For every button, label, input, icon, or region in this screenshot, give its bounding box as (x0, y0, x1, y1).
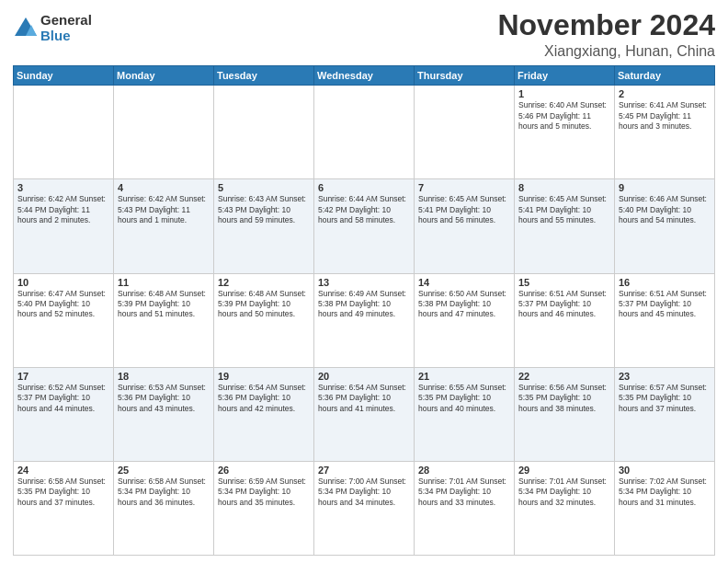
table-row: 17Sunrise: 6:52 AM Sunset: 5:37 PM Dayli… (14, 367, 114, 461)
table-row (14, 86, 114, 179)
table-row: 22Sunrise: 6:56 AM Sunset: 5:35 PM Dayli… (515, 367, 615, 461)
table-row: 4Sunrise: 6:42 AM Sunset: 5:43 PM Daylig… (114, 179, 214, 273)
header: General Blue November 2024 Xiangxiang, H… (13, 9, 715, 60)
day-number: 10 (17, 277, 109, 288)
col-monday: Monday (114, 66, 214, 86)
table-row: 25Sunrise: 6:58 AM Sunset: 5:34 PM Dayli… (114, 461, 214, 555)
day-info: Sunrise: 6:54 AM Sunset: 5:36 PM Dayligh… (218, 383, 310, 414)
day-number: 19 (218, 371, 310, 382)
table-row: 24Sunrise: 6:58 AM Sunset: 5:35 PM Dayli… (14, 461, 114, 555)
table-row: 1Sunrise: 6:40 AM Sunset: 5:46 PM Daylig… (515, 86, 615, 179)
table-row: 10Sunrise: 6:47 AM Sunset: 5:40 PM Dayli… (14, 273, 114, 367)
table-row: 28Sunrise: 7:01 AM Sunset: 5:34 PM Dayli… (415, 461, 515, 555)
logo-general-text: General (40, 13, 92, 29)
day-number: 23 (619, 371, 711, 382)
table-row: 9Sunrise: 6:46 AM Sunset: 5:40 PM Daylig… (615, 179, 715, 273)
day-number: 12 (218, 277, 310, 288)
title-block: November 2024 Xiangxiang, Hunan, China (497, 9, 715, 60)
table-row (114, 86, 214, 179)
day-info: Sunrise: 6:41 AM Sunset: 5:45 PM Dayligh… (619, 100, 711, 132)
day-info: Sunrise: 7:01 AM Sunset: 5:34 PM Dayligh… (518, 477, 610, 508)
day-number: 24 (17, 465, 109, 476)
day-info: Sunrise: 6:57 AM Sunset: 5:35 PM Dayligh… (619, 383, 711, 414)
day-number: 14 (418, 277, 510, 288)
day-info: Sunrise: 6:45 AM Sunset: 5:41 PM Dayligh… (518, 194, 610, 225)
day-info: Sunrise: 6:55 AM Sunset: 5:35 PM Dayligh… (418, 383, 510, 414)
table-row: 6Sunrise: 6:44 AM Sunset: 5:42 PM Daylig… (314, 179, 415, 273)
table-row: 3Sunrise: 6:42 AM Sunset: 5:44 PM Daylig… (14, 179, 114, 273)
col-saturday: Saturday (615, 66, 715, 86)
logo-blue-text: Blue (40, 29, 92, 44)
day-info: Sunrise: 6:53 AM Sunset: 5:36 PM Dayligh… (118, 383, 210, 414)
day-info: Sunrise: 7:02 AM Sunset: 5:34 PM Dayligh… (619, 477, 711, 508)
day-info: Sunrise: 6:46 AM Sunset: 5:40 PM Dayligh… (619, 194, 711, 225)
day-info: Sunrise: 6:59 AM Sunset: 5:34 PM Dayligh… (218, 477, 310, 508)
table-row: 18Sunrise: 6:53 AM Sunset: 5:36 PM Dayli… (114, 367, 214, 461)
col-sunday: Sunday (14, 66, 114, 86)
day-number: 22 (518, 371, 610, 382)
table-row: 12Sunrise: 6:48 AM Sunset: 5:39 PM Dayli… (214, 273, 314, 367)
logo: General Blue (13, 13, 92, 43)
day-number: 2 (619, 88, 711, 99)
day-info: Sunrise: 6:51 AM Sunset: 5:37 PM Dayligh… (518, 289, 610, 320)
day-number: 16 (619, 277, 711, 288)
table-row: 13Sunrise: 6:49 AM Sunset: 5:38 PM Dayli… (314, 273, 415, 367)
day-info: Sunrise: 6:51 AM Sunset: 5:37 PM Dayligh… (619, 289, 711, 320)
table-row: 16Sunrise: 6:51 AM Sunset: 5:37 PM Dayli… (615, 273, 715, 367)
day-number: 7 (418, 182, 510, 193)
month-title: November 2024 (497, 9, 715, 41)
day-number: 28 (418, 465, 510, 476)
col-thursday: Thursday (415, 66, 515, 86)
table-row: 23Sunrise: 6:57 AM Sunset: 5:35 PM Dayli… (615, 367, 715, 461)
table-row: 2Sunrise: 6:41 AM Sunset: 5:45 PM Daylig… (615, 86, 715, 179)
table-row (314, 86, 415, 179)
day-info: Sunrise: 6:42 AM Sunset: 5:43 PM Dayligh… (118, 194, 210, 225)
day-info: Sunrise: 7:00 AM Sunset: 5:34 PM Dayligh… (318, 477, 410, 508)
table-row (415, 86, 515, 179)
table-row: 5Sunrise: 6:43 AM Sunset: 5:43 PM Daylig… (214, 179, 314, 273)
day-number: 17 (17, 371, 109, 382)
header-row: Sunday Monday Tuesday Wednesday Thursday… (14, 66, 715, 86)
col-tuesday: Tuesday (214, 66, 314, 86)
table-row: 11Sunrise: 6:48 AM Sunset: 5:39 PM Dayli… (114, 273, 214, 367)
table-row: 8Sunrise: 6:45 AM Sunset: 5:41 PM Daylig… (515, 179, 615, 273)
col-wednesday: Wednesday (314, 66, 415, 86)
day-number: 9 (619, 182, 711, 193)
calendar: Sunday Monday Tuesday Wednesday Thursday… (13, 65, 715, 556)
day-number: 21 (418, 371, 510, 382)
day-number: 3 (17, 182, 109, 193)
day-number: 13 (318, 277, 410, 288)
table-row: 20Sunrise: 6:54 AM Sunset: 5:36 PM Dayli… (314, 367, 415, 461)
day-info: Sunrise: 6:44 AM Sunset: 5:42 PM Dayligh… (318, 194, 410, 225)
calendar-row-2: 10Sunrise: 6:47 AM Sunset: 5:40 PM Dayli… (14, 273, 715, 367)
day-info: Sunrise: 6:58 AM Sunset: 5:34 PM Dayligh… (118, 477, 210, 508)
day-number: 30 (619, 465, 711, 476)
day-info: Sunrise: 6:40 AM Sunset: 5:46 PM Dayligh… (518, 100, 610, 132)
day-info: Sunrise: 6:47 AM Sunset: 5:40 PM Dayligh… (17, 289, 109, 320)
day-number: 8 (518, 182, 610, 193)
day-number: 5 (218, 182, 310, 193)
page: General Blue November 2024 Xiangxiang, H… (0, 0, 728, 563)
day-info: Sunrise: 6:43 AM Sunset: 5:43 PM Dayligh… (218, 194, 310, 225)
day-info: Sunrise: 7:01 AM Sunset: 5:34 PM Dayligh… (418, 477, 510, 508)
logo-icon (13, 16, 39, 41)
table-row: 19Sunrise: 6:54 AM Sunset: 5:36 PM Dayli… (214, 367, 314, 461)
day-info: Sunrise: 6:52 AM Sunset: 5:37 PM Dayligh… (17, 383, 109, 414)
day-info: Sunrise: 6:58 AM Sunset: 5:35 PM Dayligh… (17, 477, 109, 508)
table-row: 29Sunrise: 7:01 AM Sunset: 5:34 PM Dayli… (515, 461, 615, 555)
calendar-row-4: 24Sunrise: 6:58 AM Sunset: 5:35 PM Dayli… (14, 461, 715, 555)
day-number: 6 (318, 182, 410, 193)
day-number: 1 (518, 88, 610, 99)
day-number: 11 (118, 277, 210, 288)
day-number: 18 (118, 371, 210, 382)
day-number: 4 (118, 182, 210, 193)
day-number: 27 (318, 465, 410, 476)
table-row: 7Sunrise: 6:45 AM Sunset: 5:41 PM Daylig… (415, 179, 515, 273)
table-row: 14Sunrise: 6:50 AM Sunset: 5:38 PM Dayli… (415, 273, 515, 367)
day-number: 25 (118, 465, 210, 476)
col-friday: Friday (515, 66, 615, 86)
location: Xiangxiang, Hunan, China (497, 43, 715, 60)
day-info: Sunrise: 6:42 AM Sunset: 5:44 PM Dayligh… (17, 194, 109, 225)
day-info: Sunrise: 6:45 AM Sunset: 5:41 PM Dayligh… (418, 194, 510, 225)
table-row: 26Sunrise: 6:59 AM Sunset: 5:34 PM Dayli… (214, 461, 314, 555)
